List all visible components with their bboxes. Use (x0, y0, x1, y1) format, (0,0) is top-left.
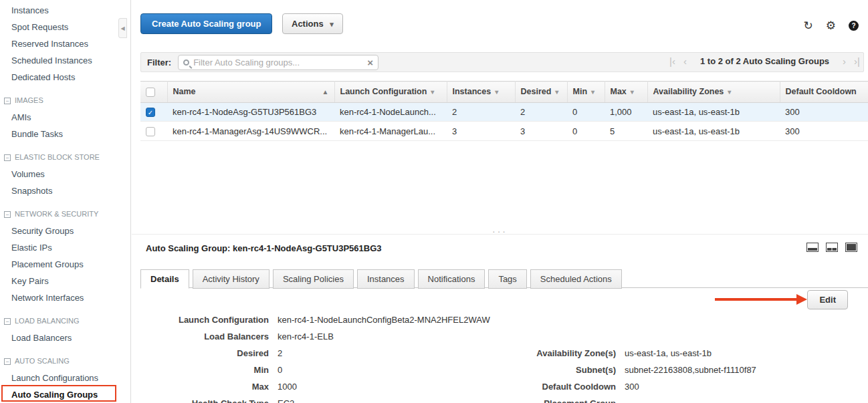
field-value: ken-rc4-1-NodeLaunchConfigBeta2-MNA2HFEL… (278, 315, 490, 325)
detail-pane-title: Auto Scaling Group: ken-rc4-1-NodeAsg-G5… (146, 243, 382, 253)
filter-input[interactable] (193, 57, 363, 68)
collapse-section-icon: − (4, 358, 11, 365)
sidebar-item-elastic-ips[interactable]: Elastic IPs (0, 239, 130, 256)
field-label: Max (140, 382, 269, 392)
column-header-min[interactable]: Min▾ (567, 82, 605, 103)
gear-icon[interactable]: ⚙ (826, 20, 836, 31)
cell-launch-configuration: ken-rc4-1-ManagerLau... (334, 122, 447, 141)
prev-page-icon[interactable]: ‹ (683, 56, 687, 66)
field-value: us-east-1a, us-east-1b (625, 348, 712, 358)
create-auto-scaling-group-button[interactable]: Create Auto Scaling group (140, 13, 272, 34)
cell-desired: 2 (515, 102, 567, 122)
field-label: Launch Configuration (140, 315, 269, 325)
sidebar-item-security-groups[interactable]: Security Groups (0, 223, 130, 239)
sidebar-item-volumes[interactable]: Volumes (0, 166, 130, 182)
tab-activity-history[interactable]: Activity History (193, 269, 269, 289)
sort-ascending-icon: ▲ (322, 88, 329, 96)
field-value: EC2 (278, 398, 294, 403)
field-label: Subnet(s) (490, 365, 616, 375)
refresh-icon[interactable]: ↻ (804, 20, 813, 31)
pane-layout-bottom-icon[interactable] (806, 243, 819, 252)
filter-search-box[interactable]: × (178, 55, 378, 70)
filter-label: Filter: (147, 57, 171, 68)
select-all-header[interactable] (140, 82, 167, 103)
table-row[interactable]: ken-rc4-1-ManagerAsg-14US9WWCR... ken-rc… (140, 122, 868, 141)
row-checkbox[interactable] (146, 127, 155, 136)
field-label: Health Check Type (140, 398, 269, 403)
collapse-section-icon: − (4, 154, 11, 161)
sidebar-item-dedicated-hosts[interactable]: Dedicated Hosts (0, 69, 130, 86)
help-icon[interactable]: ? (849, 21, 859, 31)
actions-button[interactable]: Actions ▾ (282, 13, 343, 34)
sidebar-item-key-pairs[interactable]: Key Pairs (0, 273, 130, 289)
column-label: Instances (453, 87, 492, 96)
tab-notifications[interactable]: Notifications (418, 269, 485, 289)
column-header-default-cooldown[interactable]: Default Cooldown (780, 82, 868, 103)
pane-layout-split-icon[interactable] (826, 243, 838, 252)
pane-layout-full-icon[interactable] (845, 243, 857, 252)
sidebar-section-load-balancing[interactable]: − LOAD BALANCING (0, 313, 130, 329)
sort-icon: ▾ (631, 88, 634, 96)
column-label: Default Cooldown (786, 87, 857, 96)
sidebar-item-launch-configurations[interactable]: Launch Configurations (0, 370, 130, 386)
tab-tags[interactable]: Tags (488, 269, 526, 289)
sidebar-section-network-security[interactable]: − NETWORK & SECURITY (0, 206, 130, 223)
sidebar-section-elastic-block-store[interactable]: − ELASTIC BLOCK STORE (0, 149, 130, 166)
sidebar-section-auto-scaling[interactable]: − AUTO SCALING (0, 353, 130, 370)
field-label: Load Balancers (140, 331, 269, 342)
cell-availability-zones: us-east-1a, us-east-1b (647, 122, 780, 141)
first-page-icon[interactable]: |‹ (669, 56, 675, 66)
field-launch-configuration: Launch Configuration ken-rc4-1-NodeLaunc… (140, 311, 490, 328)
tab-scaling-policies[interactable]: Scaling Policies (273, 269, 354, 289)
collapse-section-icon: − (4, 98, 11, 104)
sidebar-item-scheduled-instances[interactable]: Scheduled Instances (0, 52, 130, 69)
column-header-name[interactable]: Name▲ (167, 82, 334, 103)
column-header-desired[interactable]: Desired▾ (515, 82, 567, 103)
cell-default-cooldown: 300 (780, 102, 868, 122)
sidebar-section-label: NETWORK & SECURITY (15, 206, 98, 223)
row-checkbox[interactable]: ✓ (146, 108, 155, 117)
field-label: Availability Zone(s) (490, 348, 616, 358)
column-header-availability-zones[interactable]: Availability Zones▾ (647, 82, 780, 103)
field-default-cooldown: Default Cooldown 300 (490, 378, 756, 395)
sidebar-item-network-interfaces[interactable]: Network Interfaces (0, 289, 130, 306)
sidebar-section-label: AUTO SCALING (15, 353, 70, 370)
sidebar-item-reserved-instances[interactable]: Reserved Instances (0, 35, 130, 52)
sidebar-item-instances[interactable]: Instances (0, 2, 130, 19)
table-row[interactable]: ✓ ken-rc4-1-NodeAsg-G5TU3P561BG3 ken-rc4… (140, 102, 868, 122)
next-page-icon[interactable]: › (843, 56, 846, 66)
tab-instances[interactable]: Instances (357, 269, 415, 289)
sidebar-item-load-balancers[interactable]: Load Balancers (0, 329, 130, 346)
tab-details[interactable]: Details (140, 269, 189, 289)
field-value: 2 (278, 348, 282, 358)
cell-min: 0 (567, 122, 605, 141)
field-availability-zones: Availability Zone(s) us-east-1a, us-east… (490, 345, 756, 362)
pagination: |‹ ‹ 1 to 2 of 2 Auto Scaling Groups › ›… (669, 56, 860, 66)
cell-name: ken-rc4-1-NodeAsg-G5TU3P561BG3 (167, 102, 334, 122)
sidebar-item-snapshots[interactable]: Snapshots (0, 182, 130, 199)
clear-filter-icon[interactable]: × (367, 57, 373, 68)
sidebar-item-bundle-tasks[interactable]: Bundle Tasks (0, 126, 130, 142)
sidebar-item-amis[interactable]: AMIs (0, 109, 130, 126)
column-header-instances[interactable]: Instances▾ (447, 82, 515, 103)
field-value: 1000 (278, 382, 297, 392)
last-page-icon[interactable]: ›| (854, 56, 860, 66)
collapse-icon: ◀ (120, 25, 124, 31)
actions-label: Actions (292, 19, 324, 29)
column-header-max[interactable]: Max▾ (605, 82, 647, 103)
detail-tabs: Details Activity History Scaling Policie… (140, 269, 622, 289)
field-label: Desired (140, 348, 269, 358)
field-label: Default Cooldown (490, 382, 616, 392)
sidebar-section-images[interactable]: − IMAGES (0, 92, 130, 109)
splitter-drag-handle-icon[interactable]: ··· (492, 226, 508, 237)
sidebar-item-spot-requests[interactable]: Spot Requests (0, 19, 130, 35)
select-all-checkbox[interactable] (146, 88, 155, 97)
column-label: Min (573, 87, 588, 96)
column-header-launch-configuration[interactable]: Launch Configuration▾ (334, 82, 447, 103)
sidebar-item-auto-scaling-groups[interactable]: Auto Scaling Groups (0, 386, 130, 403)
edit-button[interactable]: Edit (807, 290, 848, 309)
cell-max: 1,000 (605, 102, 647, 122)
sidebar-item-placement-groups[interactable]: Placement Groups (0, 256, 130, 273)
tab-scheduled-actions[interactable]: Scheduled Actions (530, 269, 622, 289)
sidebar-collapse-toggle[interactable]: ◀ (118, 18, 127, 38)
